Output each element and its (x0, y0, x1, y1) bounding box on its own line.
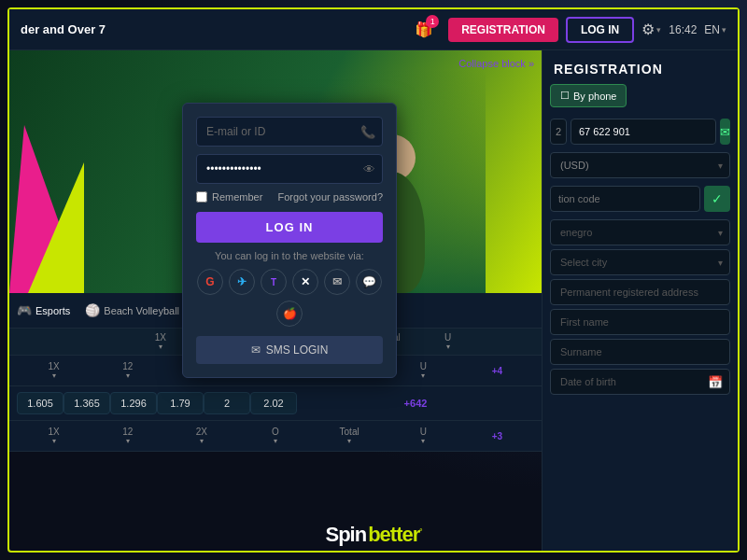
hero-yellow-triangle (28, 162, 84, 293)
odds-row3-plus3[interactable]: +3 (460, 431, 534, 441)
nav-item-esports[interactable]: 🎮 Esports (17, 303, 70, 317)
odds-row3-12: 12▾ (91, 427, 164, 445)
login-via-text: You can log in to the website via: (196, 250, 383, 261)
esports-icon: 🎮 (17, 303, 32, 317)
currency-select[interactable]: (USD) (550, 152, 730, 178)
city-field: Select city ▾ (550, 249, 730, 275)
login-submit-button[interactable]: LOG IN (196, 212, 383, 243)
right-panel: REGISTRATION ☐ By phone 2 ✉ (USD) (542, 50, 738, 551)
eye-icon[interactable]: 👁 (363, 162, 375, 176)
chat-login-button[interactable]: 💬 (356, 269, 382, 295)
settings-section: ⚙ ▾ 16:42 EN ▾ (641, 21, 726, 38)
footer-logo: Spin better° (326, 523, 422, 547)
surname-field (550, 339, 730, 365)
esports-label: Esports (35, 305, 70, 316)
odd-202-button[interactable]: 2.02 (250, 392, 297, 414)
remember-checkbox[interactable] (196, 191, 207, 203)
phone-country-code[interactable]: 2 (550, 119, 567, 145)
odds-row3-u: U▾ (387, 427, 460, 445)
odd-2-button[interactable]: 2 (204, 392, 250, 414)
gift-button[interactable]: 🎁 1 (415, 21, 433, 38)
odds-cell-12: 12▾ (91, 361, 164, 380)
telegram-login-button[interactable]: ✈ (229, 269, 255, 295)
dob-input[interactable] (550, 369, 730, 395)
beach-volleyball-label: Beach Volleyball (104, 305, 179, 316)
odds-cell-u: U▾ (387, 361, 460, 380)
promo-code-input[interactable] (550, 186, 700, 212)
collapse-block-button[interactable]: Collapse block » (458, 58, 534, 69)
odds-cell-plus4[interactable]: +4 (460, 366, 534, 376)
time-display: 16:42 (669, 23, 697, 36)
city-select[interactable]: Select city (550, 249, 730, 275)
currency-select-wrap: (USD) ▾ (550, 152, 730, 178)
email-input[interactable] (196, 117, 383, 147)
table-row: 1.605 1.365 1.296 1.79 2 2.02 +642 (9, 386, 542, 421)
odds-cell-1x: 1X▾ (17, 361, 91, 380)
city-select-wrap: Select city ▾ (550, 249, 730, 275)
table-row: 1X▾ 12▾ 2X▾ O▾ Total▾ U▾ +3 (9, 421, 542, 452)
country-select-wrap: enegro ▾ (550, 219, 730, 245)
login-options: Remember Forgot your password? (196, 191, 383, 203)
page-title: der and Over 7 (21, 22, 415, 36)
gear-icon: ⚙ (641, 21, 655, 38)
logo-dot: ° (419, 527, 421, 536)
password-field-row: 👁 (196, 154, 383, 184)
country-select[interactable]: enegro (550, 219, 730, 245)
surname-input[interactable] (550, 339, 730, 365)
lang-chevron-icon: ▾ (722, 25, 726, 35)
dob-field: 📅 (550, 369, 730, 395)
odds-plus-642[interactable]: +642 (297, 398, 534, 409)
social-icons-row: G ✈ T ✕ ✉ 💬 (196, 269, 383, 295)
phone-icon: 📞 (360, 125, 375, 139)
header-bar: der and Over 7 🎁 1 REGISTRATION LOG IN ⚙… (9, 9, 738, 50)
address-input[interactable] (550, 279, 730, 305)
currency-row: (USD) ▾ (543, 148, 738, 182)
login-popup: 📞 👁 Remember Forgot your password? LOG I… (182, 103, 397, 378)
password-input[interactable] (196, 154, 383, 184)
odd-1296-button[interactable]: 1.296 (110, 392, 157, 414)
gift-badge: 1 (426, 15, 439, 28)
email-icon-button[interactable]: ✉ (720, 119, 730, 145)
apple-login-button[interactable]: 🍎 (276, 301, 303, 327)
settings-chevron-icon: ▾ (656, 25, 661, 35)
odds-row3-1x: 1X▾ (17, 427, 91, 445)
odd-1365-button[interactable]: 1.365 (63, 392, 110, 414)
tab-phone-label: By phone (573, 91, 616, 102)
email-field-row: 📞 (196, 117, 383, 147)
logo-spin-text: Spin (326, 523, 367, 547)
remember-text: Remember (212, 191, 262, 203)
sms-login-label: SMS LOGIN (266, 343, 329, 357)
twitter-login-button[interactable]: ✕ (292, 269, 318, 295)
firstname-input[interactable] (550, 309, 730, 335)
forgot-password-link[interactable]: Forgot your password? (278, 191, 384, 203)
address-field (550, 279, 730, 305)
nav-item-beach-volleyball[interactable]: 🏐 Beach Volleyball (85, 303, 179, 317)
tab-by-phone[interactable]: ☐ By phone (550, 84, 627, 107)
login-button[interactable]: LOG IN (566, 17, 634, 43)
odd-179-button[interactable]: 1.79 (157, 392, 204, 414)
phone-number-input[interactable] (571, 119, 716, 145)
country-field: enegro ▾ (550, 219, 730, 245)
beach-volleyball-icon: 🏐 (85, 303, 100, 317)
apple-row: 🍎 (196, 301, 383, 327)
twitch-login-button[interactable]: T (261, 269, 287, 295)
odd-1605-button[interactable]: 1.605 (17, 392, 63, 414)
odds-row3-o: O▾ (238, 427, 312, 445)
checkbox-icon: ☐ (560, 90, 570, 102)
mail-login-button[interactable]: ✉ (324, 269, 350, 295)
promo-row: ✓ (543, 182, 738, 216)
registration-title: REGISTRATION (543, 50, 738, 84)
google-login-button[interactable]: G (197, 269, 223, 295)
sms-login-button[interactable]: ✉ SMS LOGIN (196, 336, 383, 364)
remember-label[interactable]: Remember (196, 191, 262, 203)
logo-better-text: better° (368, 523, 421, 547)
odds-row3-2x: 2X▾ (164, 427, 238, 445)
promo-check-button[interactable]: ✓ (704, 186, 730, 212)
col-header-u: U▾ (419, 332, 477, 351)
registration-button[interactable]: REGISTRATION (448, 18, 558, 42)
registration-tabs: ☐ By phone (543, 84, 738, 115)
settings-button[interactable]: ⚙ ▾ (641, 21, 661, 38)
sms-icon: ✉ (251, 343, 261, 357)
phone-row: 2 ✉ (543, 115, 738, 148)
language-selector[interactable]: EN ▾ (704, 23, 726, 36)
